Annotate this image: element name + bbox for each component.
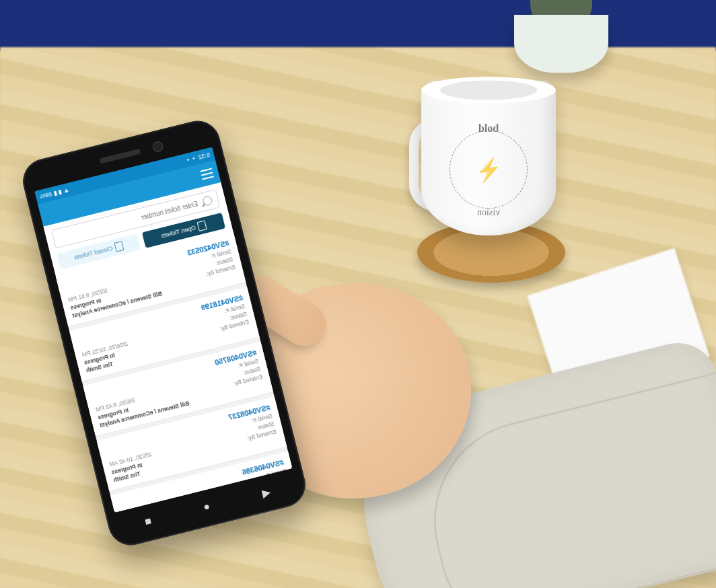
lightning-bolt-icon: ⚡ <box>474 155 504 184</box>
serial-value <box>107 453 108 460</box>
nav-recent-icon[interactable]: ■ <box>143 515 153 528</box>
phone-front-camera <box>151 140 164 153</box>
serial-value <box>93 398 94 405</box>
ticket-icon <box>114 241 124 252</box>
nav-home-icon[interactable]: ● <box>202 500 211 513</box>
notification-dot-icon: • <box>186 157 190 163</box>
scene: bold ⚡ vision 5:32 • • ▲ <box>0 0 716 588</box>
serial-value <box>66 289 67 295</box>
mug-logo: bold ⚡ vision <box>444 125 533 214</box>
ticket-icon <box>197 220 207 231</box>
plant-pot <box>507 0 615 73</box>
serial-value <box>79 344 81 351</box>
battery-percent: 89% <box>39 190 52 200</box>
notification-dot-icon: • <box>192 155 195 161</box>
phone-speaker <box>99 149 141 164</box>
signal-icon: ▮ <box>58 188 63 196</box>
coffee-mug: bold ⚡ vision <box>409 81 564 248</box>
tab-label: Open Tickets <box>161 224 196 239</box>
search-icon <box>202 195 213 207</box>
wifi-icon: ▲ <box>63 186 70 194</box>
nav-back-icon[interactable]: ◀ <box>260 485 271 499</box>
tab-label: Closed Tickets <box>73 245 113 261</box>
serial-value <box>120 508 122 512</box>
menu-hamburger-icon[interactable] <box>200 168 214 180</box>
mug-word-top: bold <box>444 122 533 135</box>
battery-icon: ▮ <box>52 190 57 197</box>
status-time: 5:32 <box>198 151 211 161</box>
mug-word-bottom: vision <box>444 207 533 218</box>
